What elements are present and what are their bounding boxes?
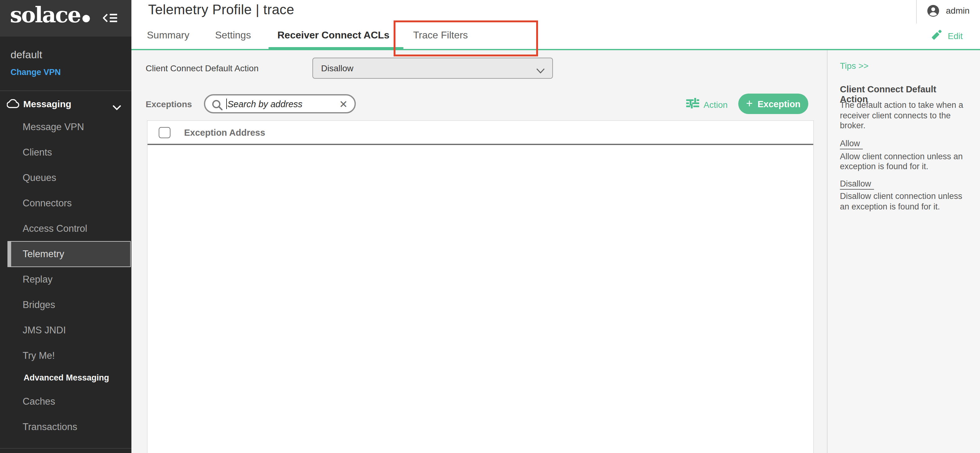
sidebar-section-advanced-messaging[interactable]: Advanced Messaging bbox=[0, 367, 131, 389]
user-name[interactable]: admin bbox=[946, 6, 969, 16]
main-content: Client Connect Default Action Disallow E… bbox=[131, 50, 980, 453]
default-action-select[interactable]: Disallow bbox=[312, 58, 553, 79]
logo-text: solace bbox=[10, 2, 80, 27]
header-divider bbox=[916, 0, 917, 24]
edit-label: Edit bbox=[948, 31, 963, 41]
search-icon bbox=[212, 99, 223, 113]
tips-link[interactable]: Tips >> bbox=[840, 61, 869, 71]
tips-line: receiver client connects to the bbox=[840, 111, 964, 121]
sidebar-item-label: Clients bbox=[0, 146, 52, 158]
sidebar-item-messaging[interactable]: Messaging bbox=[0, 91, 131, 116]
add-exception-button[interactable]: + Exception bbox=[738, 94, 808, 114]
sidebar-item-bridges[interactable]: Bridges bbox=[0, 292, 131, 317]
edit-button[interactable]: Edit bbox=[931, 29, 963, 43]
action-button[interactable]: Action bbox=[686, 98, 728, 111]
tips-allow-term: Allow bbox=[840, 139, 863, 149]
plus-icon: + bbox=[746, 98, 752, 109]
tips-disallow-term: Disallow bbox=[840, 179, 874, 190]
sidebar-divider-bottom bbox=[0, 448, 131, 449]
sidebar-item-queues[interactable]: Queues bbox=[0, 165, 131, 190]
page-header: Telemetry Profile | trace Summary Settin… bbox=[131, 0, 980, 50]
active-tab-underline bbox=[269, 47, 404, 49]
sidebar-item-telemetry[interactable]: Telemetry bbox=[8, 241, 131, 267]
sidebar-item-transactions[interactable]: Transactions bbox=[0, 414, 131, 439]
tips-line: The default action to take when a bbox=[840, 100, 964, 111]
tips-paragraph: The default action to take when a receiv… bbox=[840, 100, 964, 131]
sidebar-item-message-vpn[interactable]: Message VPN bbox=[0, 114, 131, 140]
sidebar-item-jms-jndi[interactable]: JMS JNDI bbox=[0, 317, 131, 343]
sidebar-item-label: Connectors bbox=[0, 197, 72, 208]
tips-allow-description: Allow client connection unless an except… bbox=[840, 151, 964, 172]
text-caret bbox=[226, 99, 227, 109]
sidebar-item-try-me[interactable]: Try Me! bbox=[0, 343, 131, 368]
tips-line: an exception is found for it. bbox=[840, 202, 964, 212]
chevron-down-icon bbox=[113, 102, 121, 112]
tips-line: exception is found for it. bbox=[840, 162, 964, 172]
cloud-icon bbox=[7, 99, 20, 110]
exceptions-table: Exception Address bbox=[147, 120, 814, 453]
tips-line: Allow client connection unless an bbox=[840, 151, 964, 162]
solace-logo: solace bbox=[10, 2, 89, 27]
app-root: solace default Change VPN Messaging Mess… bbox=[0, 0, 980, 453]
sidebar-item-connectors[interactable]: Connectors bbox=[0, 190, 131, 216]
sidebar-item-label: Access Control bbox=[0, 223, 87, 234]
exceptions-label: Exceptions bbox=[146, 99, 192, 109]
sidebar-item-replay[interactable]: Replay bbox=[0, 267, 131, 292]
tab-settings[interactable]: Settings bbox=[215, 30, 251, 41]
sidebar-item-caches[interactable]: Caches bbox=[0, 389, 131, 414]
default-action-label: Client Connect Default Action bbox=[146, 63, 258, 73]
sliders-icon bbox=[686, 98, 699, 111]
current-vpn-name: default bbox=[11, 49, 42, 61]
sidebar-item-label: Queues bbox=[0, 172, 56, 183]
user-avatar-icon[interactable] bbox=[928, 5, 939, 16]
table-header-row: Exception Address bbox=[148, 121, 813, 145]
logo-dot bbox=[82, 15, 89, 22]
sidebar-item-label: Try Me! bbox=[0, 350, 55, 361]
sidebar-item-access-control[interactable]: Access Control bbox=[0, 216, 131, 241]
sidebar-item-label: Message VPN bbox=[0, 121, 84, 132]
sidebar-logo-area: solace bbox=[0, 0, 131, 37]
sidebar-item-label: Bridges bbox=[0, 299, 55, 310]
sidebar-item-label: Replay bbox=[0, 273, 52, 285]
column-header-exception-address: Exception Address bbox=[184, 127, 265, 137]
tab-summary[interactable]: Summary bbox=[147, 30, 189, 41]
change-vpn-link[interactable]: Change VPN bbox=[11, 68, 61, 77]
page-title: Telemetry Profile | trace bbox=[148, 2, 294, 18]
search-input[interactable] bbox=[228, 97, 339, 111]
action-label: Action bbox=[703, 99, 728, 110]
sidebar-item-label: JMS JNDI bbox=[0, 324, 66, 335]
sidebar-item-clients[interactable]: Clients bbox=[0, 140, 131, 165]
tips-disallow-description: Disallow client connection unless an exc… bbox=[840, 191, 964, 212]
tips-line: broker. bbox=[840, 121, 964, 131]
clear-search-icon[interactable]: ✕ bbox=[339, 98, 348, 110]
sidebar-item-label: Transactions bbox=[0, 421, 77, 432]
select-value: Disallow bbox=[321, 58, 353, 78]
annotation-box bbox=[394, 21, 538, 56]
pencil-icon bbox=[931, 29, 942, 43]
sidebar: solace default Change VPN Messaging Mess… bbox=[0, 0, 131, 453]
collapse-sidebar-icon[interactable] bbox=[103, 13, 118, 23]
add-exception-label: Exception bbox=[757, 99, 800, 109]
sidebar-item-label: Advanced Messaging bbox=[0, 373, 109, 382]
search-box: ✕ bbox=[204, 94, 356, 113]
select-chevron-icon bbox=[536, 65, 545, 76]
sidebar-item-label: Caches bbox=[0, 396, 55, 407]
sidebar-item-label: Telemetry bbox=[11, 248, 64, 260]
tab-receiver-connect-acls[interactable]: Receiver Connect ACLs bbox=[277, 30, 390, 41]
tips-line: Disallow client connection unless bbox=[840, 191, 964, 202]
select-all-checkbox[interactable] bbox=[159, 127, 170, 138]
